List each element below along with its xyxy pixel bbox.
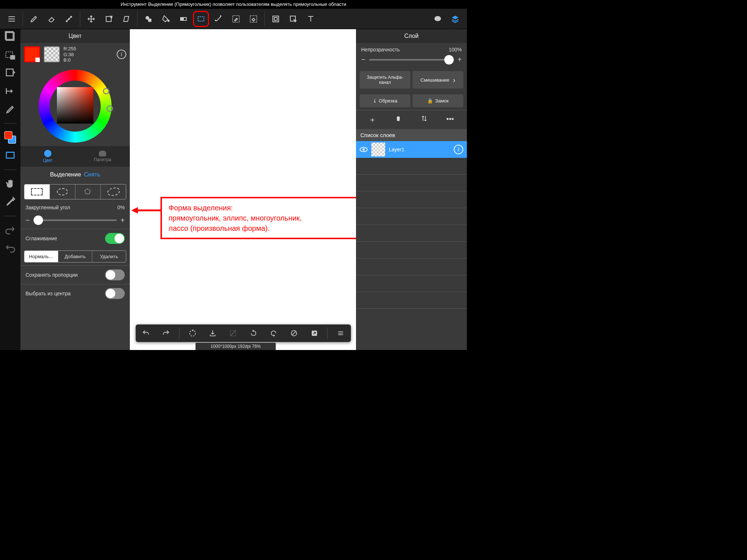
from-center-toggle[interactable] — [105, 288, 125, 299]
plus-icon[interactable]: + — [120, 216, 125, 225]
chat-icon[interactable] — [430, 11, 446, 27]
shape-ellipse[interactable] — [50, 184, 76, 199]
layer-panel: Слой Непрозрачность 100% − + Защитить Ал… — [356, 29, 467, 350]
save-icon[interactable] — [205, 326, 220, 341]
expand-icon[interactable] — [307, 326, 322, 341]
round-corner-slider[interactable]: − + — [20, 214, 130, 229]
eyedropper-icon[interactable] — [4, 196, 16, 208]
svg-rect-12 — [273, 16, 279, 22]
rotate-left-icon[interactable] — [246, 326, 261, 341]
reference-icon[interactable] — [4, 67, 16, 79]
undo-icon[interactable] — [139, 326, 153, 341]
tab-color[interactable]: Цвет — [20, 146, 75, 167]
menu-icon[interactable] — [4, 11, 20, 27]
select-erase-tool-icon[interactable] — [245, 11, 262, 27]
opacity-value: 100% — [449, 47, 462, 52]
svg-point-15 — [434, 16, 441, 21]
clear-selection-link[interactable]: Снять — [84, 171, 100, 178]
keep-ratio-label: Сохранять пропорции — [26, 272, 78, 278]
rotate-icon[interactable] — [185, 326, 200, 341]
eraser-tool-icon[interactable] — [43, 11, 59, 27]
reorder-icon[interactable] — [421, 115, 428, 125]
main-toolbar — [0, 9, 467, 29]
opacity-slider[interactable]: − + — [356, 53, 467, 68]
canvas[interactable] — [130, 29, 356, 350]
visibility-icon[interactable] — [360, 147, 368, 152]
text-tool-icon[interactable] — [303, 11, 319, 27]
annotation-arrow — [131, 205, 160, 216]
svg-rect-21 — [6, 152, 14, 158]
hand-tool-icon[interactable] — [4, 178, 16, 190]
layer-panel-title: Слой — [356, 29, 467, 43]
bucket-tool-icon[interactable] — [158, 11, 174, 27]
svg-rect-19 — [11, 56, 15, 59]
add-layer-icon[interactable]: ＋ — [369, 115, 376, 125]
dot-brush-icon[interactable] — [61, 11, 77, 27]
info-icon[interactable]: i — [117, 50, 126, 59]
undo-icon[interactable] — [4, 242, 16, 254]
mode-delete[interactable]: Удалить — [92, 251, 126, 262]
secondary-color-swatch[interactable] — [44, 46, 60, 62]
invert-icon[interactable] — [287, 326, 301, 341]
svg-rect-20 — [6, 69, 13, 76]
deselect-icon[interactable] — [226, 326, 240, 341]
transform-tool-icon[interactable] — [101, 11, 117, 27]
redo-icon[interactable] — [159, 326, 173, 341]
selection-header: Выделение Снять — [20, 167, 130, 183]
shape-rectangle[interactable] — [24, 184, 50, 199]
minus-icon[interactable]: − — [361, 55, 365, 64]
antialias-toggle[interactable] — [105, 233, 125, 244]
tooltip-bar: Инструмент Выделение (Прямоугольник) поз… — [0, 0, 467, 9]
color-swatch[interactable] — [4, 132, 16, 143]
tab-palette[interactable]: Палитра — [75, 146, 130, 167]
left-rail — [0, 29, 20, 350]
color-wheel[interactable] — [20, 66, 130, 146]
blending-button[interactable]: Смешивание — [413, 71, 463, 89]
mode-add[interactable]: Добавить — [58, 251, 92, 262]
shape-lasso[interactable] — [101, 184, 126, 199]
svg-rect-13 — [274, 18, 277, 20]
svg-point-6 — [168, 20, 169, 22]
flip-icon[interactable] — [4, 85, 16, 97]
crop-button[interactable]: ⤓Обрезка — [360, 94, 410, 107]
minus-icon[interactable]: − — [26, 216, 30, 225]
fullscreen-icon[interactable] — [4, 31, 16, 42]
left-panel: Цвет R:255G:38B:0 i Цвет Палитра Выделен… — [20, 29, 130, 350]
delete-layer-icon[interactable] — [395, 115, 402, 125]
plus-icon[interactable]: + — [457, 55, 462, 64]
layer-info-icon[interactable]: i — [454, 145, 463, 154]
from-center-label: Выбрать из центра — [26, 291, 71, 296]
select-pen-tool-icon[interactable] — [228, 11, 244, 27]
layers-icon[interactable] — [447, 11, 463, 27]
shape-tool-icon[interactable] — [140, 11, 156, 27]
antialias-label: Сглаживание — [26, 236, 57, 241]
bottom-menu-icon[interactable] — [333, 326, 348, 341]
frame-tool-icon[interactable] — [268, 11, 284, 27]
keep-ratio-toggle[interactable] — [105, 269, 125, 280]
annotation-callout: Форма выделения: прямоугольник, эллипс, … — [160, 197, 383, 239]
screen-icon[interactable] — [4, 150, 16, 162]
protect-alpha-button[interactable]: Защитить Альфа-канал — [360, 71, 410, 89]
gradient-tool-icon[interactable] — [175, 11, 191, 27]
select-rect-tool-icon[interactable] — [193, 11, 209, 27]
round-corner-value: 0% — [117, 205, 125, 210]
svg-point-24 — [190, 330, 196, 336]
brush-tool-icon[interactable] — [26, 11, 42, 27]
select-layer-icon[interactable] — [4, 49, 16, 61]
rgb-readout: R:255G:38B:0 — [63, 46, 76, 63]
magic-wand-tool-icon[interactable] — [210, 11, 227, 27]
distort-tool-icon[interactable] — [118, 11, 134, 27]
layer-item[interactable]: Layer1 i — [356, 141, 467, 158]
rotate-right-icon[interactable] — [266, 326, 281, 341]
mode-normal[interactable]: Нормаль… — [24, 251, 58, 262]
layer-name: Layer1 — [389, 147, 405, 152]
more-icon[interactable]: ••• — [446, 115, 454, 125]
redo-icon[interactable] — [4, 224, 16, 236]
move-tool-icon[interactable] — [83, 11, 99, 27]
frame-cursor-tool-icon[interactable] — [285, 11, 301, 27]
shape-polygon[interactable] — [76, 184, 101, 199]
pen-icon[interactable] — [4, 104, 16, 115]
primary-color-swatch[interactable] — [24, 46, 40, 62]
lock-button[interactable]: 🔒Замок — [413, 94, 463, 107]
opacity-label: Непрозрачность — [361, 47, 400, 52]
